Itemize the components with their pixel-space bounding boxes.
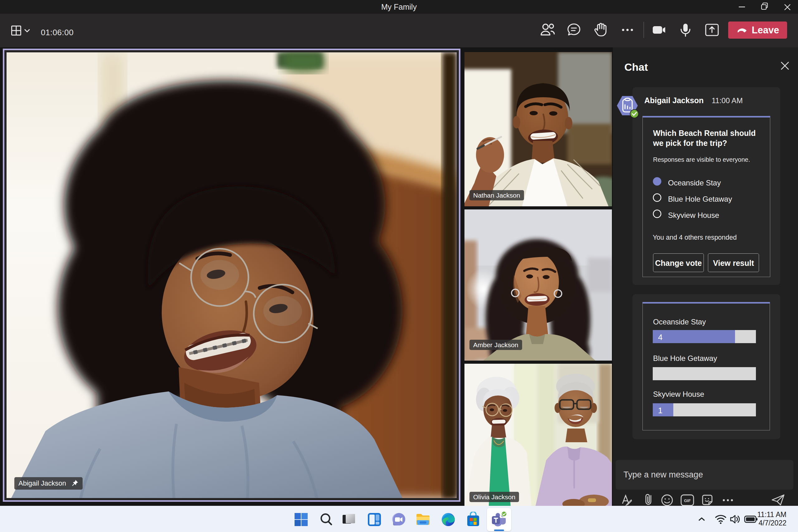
svg-text:GIF: GIF xyxy=(684,498,691,503)
